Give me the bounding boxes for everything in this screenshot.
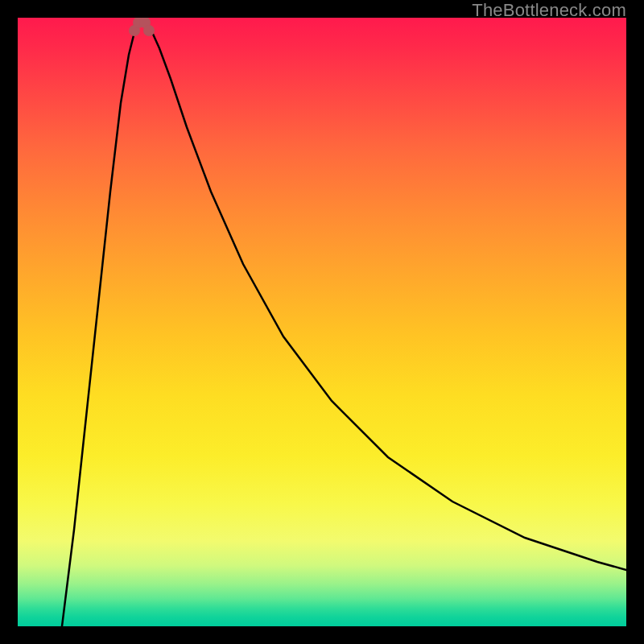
dip-markers	[129, 18, 155, 36]
plot-area	[18, 18, 626, 626]
curve-overlay	[18, 18, 626, 626]
marker-dip-right	[143, 25, 155, 36]
watermark-text: TheBottleneck.com	[472, 0, 626, 21]
bottleneck-curve	[62, 23, 626, 626]
